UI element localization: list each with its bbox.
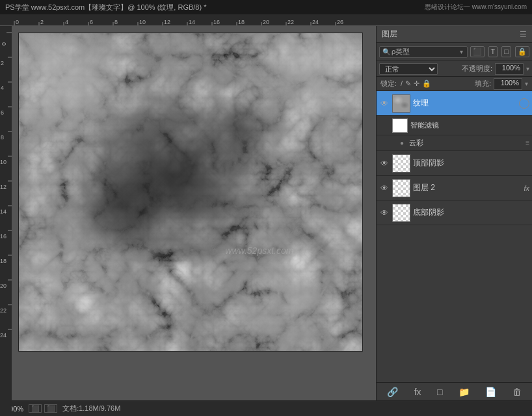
svg-text:24: 24 xyxy=(312,19,319,25)
fill-row: 填充: 100% ▾ xyxy=(475,78,528,90)
eye-icon-texture[interactable]: 👁 xyxy=(379,98,390,109)
panel-filter-icons: ⬛ T □ 🔒 xyxy=(470,46,529,57)
link-layers-icon[interactable]: 🔗 xyxy=(384,385,401,398)
panel-title-area: 图层 xyxy=(382,29,397,40)
ruler-v-svg: 0 2 4 6 8 10 12 14 16 18 20 xyxy=(0,26,12,416)
eye-icon-bottom-shadow[interactable]: 👁 xyxy=(379,208,390,218)
svg-text:10: 10 xyxy=(0,159,7,165)
svg-text:16: 16 xyxy=(0,233,7,240)
nav-icon-1[interactable]: ⬛ xyxy=(29,404,42,413)
layer-name-texture: 纹理 xyxy=(413,98,516,109)
opacity-input[interactable]: 100% xyxy=(495,63,524,75)
layer-thumb-bottom-shadow xyxy=(392,204,410,222)
fill-input[interactable]: 100% xyxy=(494,78,522,90)
nav-icon-2[interactable]: ⬛ xyxy=(44,404,57,413)
layer-name-layer2: 图层 2 xyxy=(413,182,521,193)
panel-header-icons[interactable]: ☰ xyxy=(520,30,527,39)
nav-icons: ⬛ ⬛ xyxy=(29,404,57,413)
filter-icon-1[interactable]: ⬛ xyxy=(470,46,485,57)
delete-layer-icon[interactable]: 🗑 xyxy=(510,385,524,398)
title-bar: PS学堂 www.52psxt.com【璀璨文字】@ 100% (纹理, RGB… xyxy=(0,0,532,14)
svg-text:22: 22 xyxy=(287,19,294,25)
svg-text:10: 10 xyxy=(139,19,146,25)
lock-all-icon[interactable]: 🔒 xyxy=(422,79,431,88)
add-mask-icon[interactable]: □ xyxy=(434,385,445,398)
svg-text:6: 6 xyxy=(1,109,4,116)
layer-search-bar[interactable]: 🔍 ρ类型 ▾ xyxy=(379,46,468,58)
svg-text:20: 20 xyxy=(263,19,269,25)
panel-filter-toolbar: 🔍 ρ类型 ▾ ⬛ T □ 🔒 xyxy=(377,43,532,61)
svg-text:8: 8 xyxy=(114,19,118,25)
type-label: ρ类型 xyxy=(392,47,410,57)
site-link: 思绪设计论坛一 www.m'ssyuni.com xyxy=(425,3,527,10)
layer-item-bottom-shadow[interactable]: 👁 底部阴影 xyxy=(377,201,532,225)
cloud-texture xyxy=(19,33,362,351)
new-group-icon[interactable]: 📁 xyxy=(456,385,472,398)
svg-text:4: 4 xyxy=(1,85,4,91)
lock-position-icon[interactable]: ✛ xyxy=(414,79,419,88)
canvas-wrapper: www.52psxt.com xyxy=(18,33,363,352)
svg-text:18: 18 xyxy=(0,258,7,264)
title-bar-right: 思绪设计论坛一 www.m'ssyuni.com xyxy=(425,3,527,12)
fill-dropdown[interactable]: ▾ xyxy=(525,80,528,87)
layer-item-cloud: ● 云彩 ≡ xyxy=(377,135,532,151)
layer-item-smart-filter: 智能滤镜 xyxy=(377,116,532,135)
layer-item-layer2[interactable]: 👁 图层 2 fx xyxy=(377,176,532,201)
eye-icon-layer2[interactable]: 👁 xyxy=(379,183,390,193)
svg-text:8: 8 xyxy=(1,134,4,141)
dropdown-icon: ▾ xyxy=(460,48,463,55)
add-style-icon[interactable]: fx xyxy=(412,385,424,398)
cloud-fx-icon: ≡ xyxy=(525,139,529,146)
layer-name-top-shadow: 顶部阴影 xyxy=(413,158,529,169)
svg-rect-0 xyxy=(0,14,520,26)
filter-icon-2[interactable]: T xyxy=(488,46,498,57)
status-bar: 100% ⬛ ⬛ 文档:1.18M/9.76M xyxy=(0,400,532,416)
ruler-left: 0 2 4 6 8 10 12 14 16 18 20 xyxy=(0,26,12,400)
canvas-content: www.52psxt.com xyxy=(19,33,362,351)
app-title: PS学堂 www.52psxt.com【璀璨文字】@ 100% (纹理, RGB… xyxy=(5,3,206,12)
svg-text:18: 18 xyxy=(238,19,245,25)
svg-rect-63 xyxy=(19,33,362,351)
ruler-top: 0 2 4 6 8 10 12 14 16 18 20 22 24 xyxy=(0,14,532,26)
thumb-inner-texture xyxy=(393,95,410,112)
svg-text:2: 2 xyxy=(1,60,4,66)
blend-opacity-row: 正常 不透明度: 100% ▾ xyxy=(377,61,532,77)
svg-text:24: 24 xyxy=(0,332,7,339)
lock-paint-icon[interactable]: ✎ xyxy=(405,79,411,88)
layer-name-smart-filter: 智能滤镜 xyxy=(410,120,529,130)
blend-mode-select[interactable]: 正常 xyxy=(379,63,438,75)
svg-text:12: 12 xyxy=(0,184,7,190)
layer-item-texture[interactable]: 👁 纹理 xyxy=(377,91,532,116)
opacity-dropdown[interactable]: ▾ xyxy=(526,65,529,72)
svg-text:16: 16 xyxy=(213,19,220,25)
cloud-sub-icon: ● xyxy=(400,139,404,146)
lock-icons: / ✎ ✛ 🔒 xyxy=(401,79,431,88)
layer-visibility-circle-texture[interactable] xyxy=(519,98,529,109)
svg-text:6: 6 xyxy=(90,19,93,25)
panel-menu-icon[interactable]: ☰ xyxy=(520,30,527,39)
ruler-h-svg: 0 2 4 6 8 10 12 14 16 18 20 22 24 xyxy=(0,14,520,26)
lock-label: 锁定: xyxy=(380,79,397,89)
svg-text:14: 14 xyxy=(0,208,7,215)
lock-fill-row: 锁定: / ✎ ✛ 🔒 填充: 100% ▾ xyxy=(377,77,532,91)
panel-header: 图层 ☰ xyxy=(377,26,532,43)
layer-item-top-shadow[interactable]: 👁 顶部阴影 xyxy=(377,151,532,176)
filter-icon-3[interactable]: □ xyxy=(501,46,511,57)
panel-bottom-icons: 🔗 fx □ 📁 📄 🗑 xyxy=(377,382,532,400)
svg-text:12: 12 xyxy=(164,19,170,25)
layer-name-bottom-shadow: 底部阴影 xyxy=(413,207,529,218)
lock-transparent-icon[interactable]: / xyxy=(401,79,403,88)
doc-size: 文档:1.18M/9.76M xyxy=(62,404,120,413)
svg-text:14: 14 xyxy=(189,19,195,25)
fx-badge-layer2: fx xyxy=(524,184,529,192)
layer-thumb-texture xyxy=(392,94,410,113)
search-icon: 🔍 xyxy=(382,48,390,55)
svg-text:26: 26 xyxy=(337,19,343,25)
eye-icon-top-shadow[interactable]: 👁 xyxy=(379,158,390,169)
filter-icon-4[interactable]: 🔒 xyxy=(515,46,529,57)
layer-thumb-layer2 xyxy=(392,179,410,197)
svg-text:2: 2 xyxy=(40,19,44,25)
svg-text:0: 0 xyxy=(16,19,19,25)
new-layer-icon[interactable]: 📄 xyxy=(483,385,499,398)
opacity-label: 不透明度: xyxy=(462,64,492,74)
